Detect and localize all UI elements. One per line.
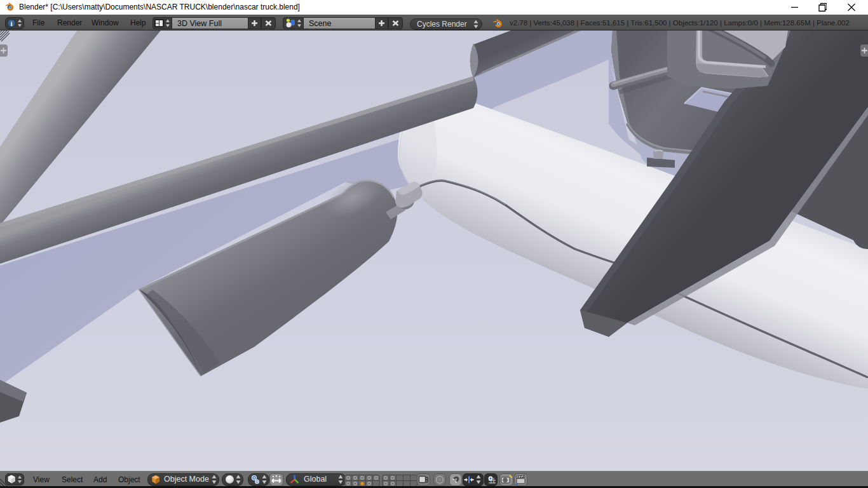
svg-text:i: i — [10, 20, 12, 27]
